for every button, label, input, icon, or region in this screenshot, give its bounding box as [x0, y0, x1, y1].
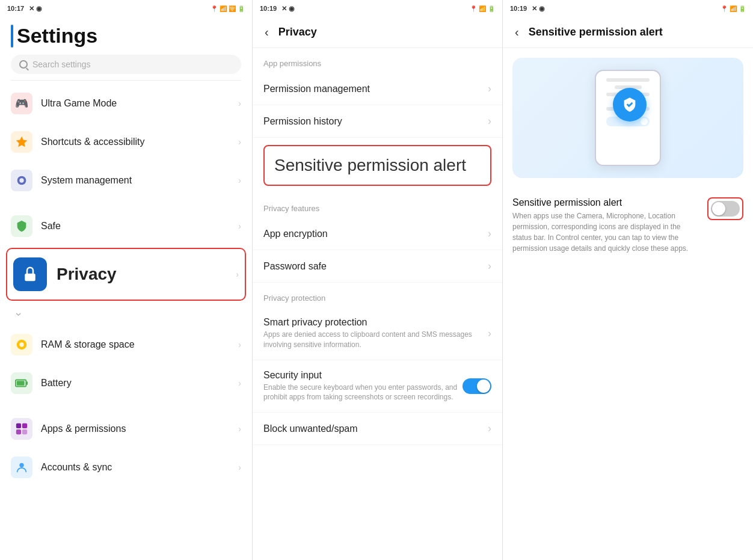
privacy-title: Privacy — [278, 26, 317, 38]
svg-rect-9 — [22, 423, 27, 428]
toggle-knob — [477, 380, 490, 393]
search-bar[interactable]: Search settings — [11, 55, 241, 74]
status-icons-3: ✕ ◉ — [532, 5, 545, 13]
status-time-3: 10:19 ✕ ◉ — [510, 5, 545, 13]
chevron-sub: › — [13, 313, 25, 316]
smart-privacy-title: Smart privacy protection — [263, 317, 488, 328]
apps-label: Apps & permissions — [41, 423, 238, 434]
security-input-text: Security input Enable the secure keyboar… — [263, 370, 463, 403]
chevron-icon-4: › — [238, 221, 241, 231]
ram-icon — [11, 334, 32, 355]
settings-title-area: Settings — [0, 17, 252, 52]
detail-content: Sensitive permission alert When apps use… — [503, 48, 753, 560]
sidebar-item-battery[interactable]: Battery › — [0, 364, 252, 402]
net-icon-3: 📶 — [730, 5, 737, 12]
svg-rect-10 — [16, 429, 21, 434]
sidebar-item-system[interactable]: System management › — [0, 161, 252, 200]
detail-header: ‹ Sensitive permission alert — [503, 17, 753, 48]
smart-privacy-sub: Apps are denied access to clipboard cont… — [263, 330, 488, 350]
status-time-2: 10:19 ✕ ◉ — [260, 5, 295, 13]
location-icon: 📍 — [211, 5, 218, 12]
spacer-2 — [0, 402, 252, 410]
back-button-2[interactable]: ‹ — [262, 23, 271, 42]
svg-point-12 — [19, 463, 23, 467]
smart-privacy-item[interactable]: Smart privacy protection Apps are denied… — [253, 307, 502, 360]
detail-title: Sensitive permission alert — [529, 26, 663, 38]
shortcuts-label: Shortcuts & accessibility — [41, 137, 238, 147]
ultra-game-label: Ultra Game Mode — [41, 98, 238, 109]
chevron-icon-3: › — [238, 176, 241, 185]
sidebar-item-ram[interactable]: RAM & storage space › — [0, 325, 252, 364]
sensitive-alert-box[interactable]: Sensitive permission alert — [263, 145, 491, 186]
perm-mgmt-chevron: › — [488, 82, 491, 95]
smart-privacy-chevron: › — [488, 327, 491, 340]
shield-svg — [621, 96, 638, 113]
ram-label: RAM & storage space — [41, 339, 238, 350]
phone-container — [595, 70, 661, 166]
security-input-title: Security input — [263, 370, 463, 381]
time-display-3: 10:19 — [510, 5, 527, 12]
sidebar-item-ultra-game[interactable]: 🎮 Ultra Game Mode › — [0, 84, 252, 123]
illustration-inner — [512, 58, 743, 178]
svg-rect-7 — [17, 381, 25, 385]
privacy-sub-item[interactable]: › — [11, 303, 252, 325]
settings-title-text: Settings — [17, 24, 97, 48]
back-button-3[interactable]: ‹ — [512, 23, 521, 42]
system-label: System management — [41, 175, 238, 186]
accounts-label: Accounts & sync — [41, 462, 238, 473]
perm-mgmt-text: Permission management — [263, 84, 488, 94]
privacy-content: App permissions Permission management › … — [253, 48, 502, 560]
perm-history-title: Permission history — [263, 116, 488, 127]
section-label-app-perms: App permissions — [253, 48, 502, 73]
svg-rect-11 — [22, 429, 27, 434]
security-input-toggle[interactable] — [463, 378, 491, 394]
loc-icon-2: 📍 — [470, 5, 477, 12]
svg-rect-6 — [26, 381, 28, 385]
illustration-area — [512, 58, 743, 178]
svg-point-4 — [19, 342, 23, 346]
ultra-game-icon: 🎮 — [11, 93, 32, 114]
block-spam-item[interactable]: Block unwanted/spam › — [253, 413, 502, 445]
security-input-sub: Enable the secure keyboard when you ente… — [263, 383, 463, 403]
status-bar-1: 10:17 ✕ ◉ 📍 📶 🛜 🔋 — [0, 0, 252, 17]
app-enc-text: App encryption — [263, 229, 488, 239]
perm-history-chevron: › — [488, 115, 491, 128]
search-placeholder: Search settings — [32, 60, 91, 69]
spacer — [0, 200, 252, 207]
screen-toggle-knob — [641, 118, 648, 125]
sidebar-item-apps[interactable]: Apps & permissions › — [0, 410, 252, 448]
apps-icon — [11, 418, 32, 440]
sidebar-item-shortcuts[interactable]: Shortcuts & accessibility › — [0, 123, 252, 161]
app-enc-title: App encryption — [263, 229, 488, 239]
screen-line-1 — [606, 78, 650, 82]
svg-rect-2 — [25, 274, 35, 282]
app-encryption-item[interactable]: App encryption › — [253, 218, 502, 250]
sidebar-item-safe[interactable]: Safe › — [0, 207, 252, 245]
sensitive-alert-setting-desc: When apps use the Camera, Microphone, Lo… — [512, 211, 700, 254]
security-input-item[interactable]: Security input Enable the secure keyboar… — [253, 360, 502, 413]
privacy-header: ‹ Privacy — [253, 17, 502, 48]
sidebar-item-privacy[interactable]: Privacy › — [6, 248, 246, 301]
title-accent-bar — [11, 25, 13, 48]
sidebar-item-accounts[interactable]: Accounts & sync › — [0, 448, 252, 487]
pwd-safe-text: Password safe — [263, 261, 488, 272]
chevron-icon-5: › — [236, 269, 239, 279]
bat-icon-3: 🔋 — [739, 5, 746, 12]
time-display-2: 10:19 — [260, 5, 277, 12]
shortcuts-icon — [11, 131, 32, 153]
status-bar-3: 10:19 ✕ ◉ 📍 📶 🔋 — [503, 0, 753, 17]
status-bar-2: 10:19 ✕ ◉ 📍 📶 🔋 — [253, 0, 502, 17]
chevron-icon: › — [238, 99, 241, 108]
smart-privacy-text: Smart privacy protection Apps are denied… — [263, 317, 488, 350]
chevron-icon-2: › — [238, 137, 241, 147]
block-spam-title: Block unwanted/spam — [263, 423, 488, 434]
perm-history-text: Permission history — [263, 116, 488, 127]
search-icon — [19, 60, 28, 69]
sensitive-alert-toggle[interactable] — [711, 201, 740, 217]
permission-history-item[interactable]: Permission history › — [253, 105, 502, 138]
password-safe-item[interactable]: Password safe › — [253, 250, 502, 283]
permission-management-item[interactable]: Permission management › — [253, 73, 502, 105]
block-spam-text: Block unwanted/spam — [263, 423, 488, 434]
chevron-icon-6: › — [238, 340, 241, 349]
chevron-icon-7: › — [238, 378, 241, 388]
